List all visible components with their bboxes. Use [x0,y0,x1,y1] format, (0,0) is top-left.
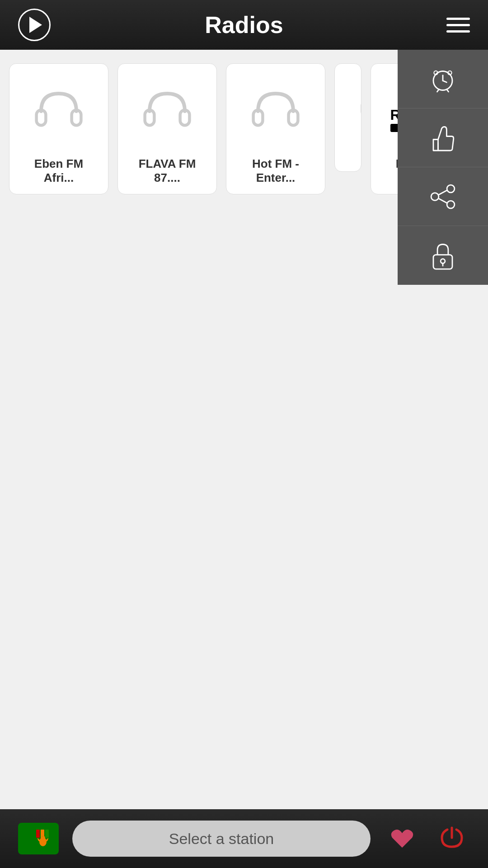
alarm-clock-icon [427,63,459,95]
svg-rect-26 [36,830,40,838]
svg-point-10 [447,201,455,208]
station-name-hot-fm: Hot FM -Enter... [235,157,316,185]
station-card-eben-fm[interactable]: Eben FM Afri... [9,63,108,194]
station-image-hot-fm [237,73,314,150]
station-image-eben-fm [20,73,97,150]
station-name-flava-fm: FLAVA FM 87.... [127,157,207,185]
hamburger-line-3 [446,30,470,33]
hamburger-line-2 [446,24,470,26]
heart-icon [389,825,416,852]
station-card-hot-fm[interactable]: Hot FM -Enter... [226,63,325,194]
station-card-partial[interactable] [334,63,361,172]
bottom-bar: Select a station [0,809,488,868]
power-icon [438,824,465,853]
play-triangle-icon [29,17,42,33]
side-menu-share[interactable] [398,167,488,226]
thumbs-up-icon [427,122,459,154]
svg-line-5 [437,89,439,92]
side-menu-alarm[interactable] [398,50,488,108]
select-station-label: Select a station [169,830,274,848]
power-button[interactable] [434,821,470,857]
app-header: Radios [0,0,488,50]
page-title: Radios [205,11,283,38]
svg-rect-25 [45,830,49,838]
play-button[interactable] [18,9,51,41]
favorite-button[interactable] [384,821,420,857]
station-name-eben-fm: Eben FM Afri... [19,157,99,185]
flag-button[interactable] [18,823,59,854]
lock-icon [427,240,459,271]
svg-point-9 [431,193,439,200]
svg-line-2 [443,80,446,82]
menu-button[interactable] [446,18,470,33]
select-station-button[interactable]: Select a station [72,821,371,857]
station-image-flava-fm [129,73,206,150]
flag-symbol-icon [27,827,50,850]
station-card-flava-fm[interactable]: FLAVA FM 87.... [117,63,217,194]
side-menu [398,50,488,285]
svg-line-12 [439,198,447,203]
svg-point-8 [447,185,455,193]
flag-green [18,823,59,854]
svg-rect-13 [433,255,452,269]
share-icon [427,181,459,212]
headphone-icon-partial [355,73,361,132]
side-menu-like[interactable] [398,108,488,167]
svg-line-11 [439,190,447,195]
svg-point-14 [441,259,445,264]
svg-line-6 [446,89,448,92]
hamburger-line-1 [446,18,470,20]
side-menu-lock[interactable] [398,226,488,285]
